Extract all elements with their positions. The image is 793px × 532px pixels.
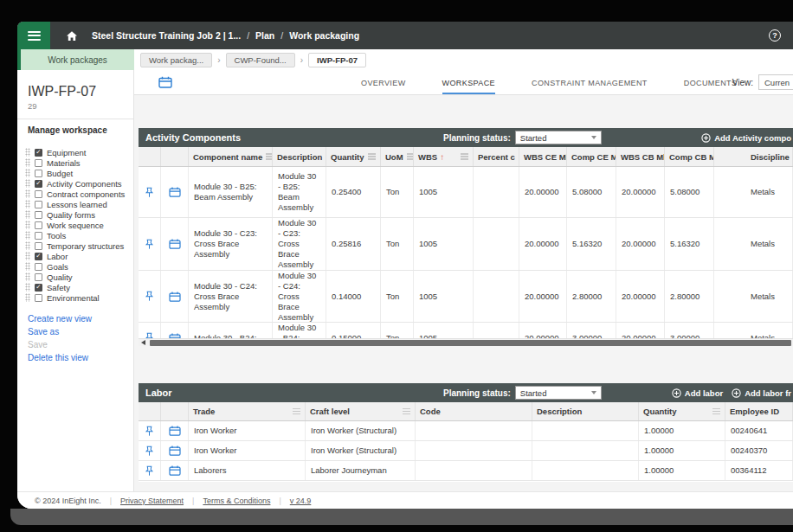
- add-labor-button[interactable]: Add labor: [672, 388, 723, 398]
- cell-percent[interactable]: [474, 218, 519, 270]
- cell-quantity[interactable]: 0.25816: [326, 218, 381, 270]
- checkbox[interactable]: [35, 211, 42, 219]
- checkbox[interactable]: [35, 201, 42, 208]
- planning-status-dropdown[interactable]: Started: [515, 386, 602, 400]
- column-header-description[interactable]: Description: [532, 402, 639, 420]
- sidebar-item-environmental[interactable]: Environmental: [17, 292, 133, 303]
- cell-craft-level[interactable]: Laborer Journeyman: [306, 461, 416, 480]
- checkbox[interactable]: [35, 190, 42, 198]
- column-menu-icon[interactable]: [407, 156, 414, 157]
- cell-description[interactable]: Module 30 - B25: Beam Assembly: [273, 167, 326, 217]
- cell-discipline[interactable]: Metals: [714, 218, 793, 270]
- calendar-cell[interactable]: [161, 167, 189, 217]
- cell-quantity[interactable]: 0.25400: [326, 167, 381, 217]
- column-menu-icon[interactable]: [266, 156, 273, 157]
- scrollbar-thumb[interactable]: [150, 340, 791, 346]
- cell-wbs-cb-mhr[interactable]: 20.00000: [616, 167, 665, 217]
- work-packages-tab[interactable]: Work packages: [17, 49, 134, 70]
- pin-cell[interactable]: [139, 167, 161, 217]
- column-header-component-name[interactable]: Component name: [189, 147, 273, 166]
- cell-wbs[interactable]: 1005: [414, 218, 474, 270]
- create-new-view-link[interactable]: Create new view: [28, 314, 123, 324]
- tab-constraint-management[interactable]: CONSTRAINT MANAGEMENT: [532, 70, 648, 95]
- cell-percent[interactable]: [474, 271, 519, 322]
- menu-button[interactable]: [17, 22, 50, 49]
- drag-handle[interactable]: [25, 262, 30, 271]
- sidebar-item-safety[interactable]: Safety: [17, 282, 133, 292]
- tab-overview[interactable]: OVERVIEW: [361, 70, 406, 95]
- drag-handle[interactable]: [25, 148, 30, 157]
- drag-handle[interactable]: [25, 231, 30, 240]
- cell-uom[interactable]: Ton: [381, 271, 414, 322]
- cell-wbs-cb-mhr[interactable]: 20.00000: [616, 271, 665, 322]
- checkbox[interactable]: [35, 170, 42, 177]
- pin-cell[interactable]: [139, 461, 161, 480]
- checkbox[interactable]: [35, 149, 42, 157]
- crumb-tab-iwp[interactable]: IWP-FP-07: [308, 53, 366, 67]
- column-menu-icon[interactable]: [293, 411, 300, 412]
- cell-description[interactable]: Module 30 - C23: Cross Brace Assembly: [273, 218, 326, 270]
- calendar-cell[interactable]: [161, 218, 189, 270]
- terms-conditions-link[interactable]: Terms & Conditions: [203, 497, 270, 505]
- column-menu-icon[interactable]: [712, 411, 720, 412]
- column-header-code[interactable]: Code: [416, 402, 532, 420]
- sidebar-item-contract-components[interactable]: Contract components: [17, 189, 133, 199]
- column-header-employee-id[interactable]: Employee ID: [725, 402, 793, 420]
- column-header-quantity[interactable]: Quantity: [326, 147, 381, 166]
- planning-status-dropdown[interactable]: Started: [515, 131, 602, 144]
- cell-description[interactable]: Module 30 - C24: Cross Brace Assembly: [273, 271, 326, 322]
- column-menu-icon[interactable]: [368, 156, 376, 157]
- save-as-link[interactable]: Save as: [28, 327, 123, 337]
- cell-description[interactable]: [532, 461, 639, 480]
- cell-component-name[interactable]: Module 30 - C23: Cross Brace Assembly: [189, 218, 273, 270]
- column-header-wbs[interactable]: WBS↑: [414, 147, 474, 166]
- cell-comp-ce-mhr[interactable]: 5.16320: [567, 218, 616, 270]
- help-icon[interactable]: ?: [769, 29, 781, 42]
- column-header-discipline[interactable]: Discipline: [714, 147, 793, 166]
- checkbox[interactable]: [35, 284, 42, 292]
- drag-handle[interactable]: [25, 283, 30, 292]
- checkbox[interactable]: [35, 253, 42, 260]
- column-header-comp-cb-mhr[interactable]: Comp CB Mh: [665, 147, 714, 166]
- tab-documents[interactable]: DOCUMENTS: [684, 70, 738, 95]
- sidebar-item-activity-components[interactable]: Activity Components: [17, 178, 133, 189]
- privacy-statement-link[interactable]: Privacy Statement: [120, 497, 184, 505]
- drag-handle[interactable]: [25, 158, 30, 167]
- column-header-wbs-ce-mhr[interactable]: WBS CE Mhr: [519, 147, 567, 166]
- cell-wbs-ce-mhr[interactable]: 20.00000: [519, 218, 567, 270]
- drag-handle[interactable]: [25, 210, 30, 219]
- drag-handle[interactable]: [25, 293, 30, 302]
- column-header-percent[interactable]: Percent c: [474, 147, 519, 166]
- drag-handle[interactable]: [25, 221, 30, 229]
- cell-comp-cb-mhr[interactable]: 5.16320: [665, 218, 714, 270]
- sidebar-item-materials[interactable]: Materials: [17, 157, 133, 168]
- checkbox[interactable]: [35, 221, 42, 229]
- cell-comp-ce-mhr[interactable]: 5.08000: [567, 167, 616, 217]
- cell-description[interactable]: [532, 421, 639, 440]
- cell-code[interactable]: [416, 461, 532, 480]
- sidebar-item-temporary-structures[interactable]: Temporary structures: [17, 240, 133, 251]
- pin-cell[interactable]: [139, 271, 161, 322]
- cell-component-name[interactable]: Module 30 - B25: Beam Assembly: [189, 167, 273, 217]
- cell-component-name[interactable]: Module 30 - C24: Cross Brace Assembly: [189, 271, 273, 322]
- cell-quantity[interactable]: 1.00000: [639, 441, 725, 460]
- drag-handle[interactable]: [25, 169, 30, 177]
- checkbox[interactable]: [35, 242, 42, 250]
- drag-handle[interactable]: [25, 272, 30, 281]
- cell-wbs-cb-mhr[interactable]: 20.00000: [616, 218, 665, 270]
- add-activity-component-button[interactable]: Add Activity compo: [701, 133, 791, 143]
- crumb-tab-work-packages[interactable]: Work packag...: [140, 53, 212, 67]
- drag-handle[interactable]: [25, 179, 30, 188]
- pin-cell[interactable]: [139, 421, 161, 440]
- breadcrumb-project[interactable]: Steel Structure Training Job 2 | 1...: [92, 30, 241, 41]
- home-button[interactable]: [66, 30, 78, 42]
- checkbox[interactable]: [35, 294, 42, 302]
- version-link[interactable]: v 24.9: [290, 497, 312, 505]
- sidebar-item-budget[interactable]: Budget: [17, 168, 133, 178]
- cell-wbs-ce-mhr[interactable]: 20.00000: [519, 167, 567, 217]
- cell-comp-cb-mhr[interactable]: 5.08000: [665, 167, 714, 217]
- cell-craft-level[interactable]: Iron Worker (Structural): [306, 441, 416, 460]
- column-header-uom[interactable]: UoM: [381, 147, 414, 166]
- horizontal-scrollbar[interactable]: [139, 338, 793, 346]
- sidebar-item-labor[interactable]: Labor: [17, 251, 133, 261]
